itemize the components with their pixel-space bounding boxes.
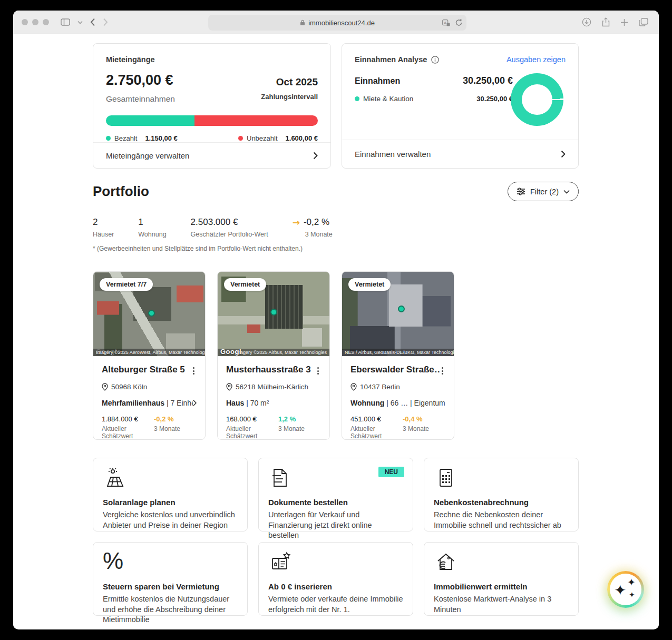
lock-icon bbox=[300, 19, 305, 26]
filter-button[interactable]: Filter (2) bbox=[508, 182, 579, 201]
calculator-icon bbox=[434, 466, 457, 489]
feature-title: Steuern sparen bei Vermietung bbox=[103, 582, 238, 591]
feature-card-utilities[interactable]: Nebenkostenabrechnung Rechne die Nebenko… bbox=[424, 458, 579, 531]
property-location: 50968 Köln bbox=[111, 383, 147, 391]
chevron-right-icon bbox=[313, 152, 318, 160]
sidebar-icon[interactable] bbox=[61, 18, 70, 26]
sparkle-icon: ✦ bbox=[614, 583, 626, 598]
feature-card-taxes[interactable]: % Steuern sparen bei Vermietung Ermittle… bbox=[93, 542, 248, 616]
feature-description: Vergleiche kostenlos und unverbindlich A… bbox=[103, 510, 238, 530]
kebab-menu-icon[interactable] bbox=[440, 365, 445, 377]
document-icon bbox=[268, 466, 291, 489]
svg-text:A: A bbox=[444, 20, 447, 25]
kebab-menu-icon[interactable] bbox=[315, 365, 321, 377]
unpaid-dot-icon bbox=[238, 136, 243, 141]
property-change: -0,4 % bbox=[403, 415, 429, 423]
kebab-menu-icon[interactable] bbox=[191, 365, 197, 377]
percent-icon: % bbox=[103, 550, 123, 572]
portfolio-title: Portfolio bbox=[93, 183, 149, 200]
property-value-label: Aktueller Schätzwert bbox=[226, 425, 278, 440]
sparkle-icon: ✦ bbox=[629, 591, 635, 598]
browser-window: immobilienscout24.de A bbox=[13, 11, 659, 629]
close-window-button[interactable] bbox=[22, 19, 28, 25]
tab-overview-icon[interactable] bbox=[639, 18, 648, 26]
chevron-right-icon bbox=[561, 150, 566, 158]
filter-label: Filter (2) bbox=[530, 188, 559, 196]
map-attribution: Imagery ©2025 AeroWest, Airbus, Maxar Te… bbox=[93, 349, 205, 356]
back-button[interactable] bbox=[90, 18, 95, 26]
zoom-window-button[interactable] bbox=[43, 19, 49, 25]
income-analysis-card: Einnahmen Analyse Ausgaben zeigen Einnah… bbox=[342, 43, 579, 169]
property-value: 451.000 € bbox=[350, 415, 403, 423]
property-change: -0,2 % bbox=[154, 415, 180, 423]
new-tab-icon[interactable] bbox=[620, 18, 628, 26]
feature-title: Nebenkostenabrechnung bbox=[434, 498, 569, 507]
feature-card-listing[interactable]: Ab 0 € inserieren Vermiete oder verkaufe… bbox=[258, 542, 413, 616]
feature-title: Solaranlage planen bbox=[103, 498, 238, 507]
property-change-label: 3 Monate bbox=[154, 425, 180, 432]
portfolio-footnote: * (Gewerbeeinheiten und Stellplätze sind… bbox=[93, 245, 579, 252]
property-value-label: Aktueller Schätzwert bbox=[350, 425, 403, 440]
property-name: Eberswalder Straße… bbox=[350, 365, 440, 375]
map-marker-icon bbox=[270, 309, 277, 316]
solar-panel-icon bbox=[103, 466, 126, 489]
feature-description: Rechne die Nebenkosten deiner Immobilie … bbox=[434, 510, 569, 530]
sparkle-icon: ✦ bbox=[627, 577, 636, 587]
satellite-map[interactable]: Vermietet Googl Imagery ©2025 Airbus, Ma… bbox=[218, 272, 329, 356]
property-card[interactable]: Vermietet 7/7 Google Imagery ©2025 AeroW… bbox=[93, 271, 206, 440]
property-value: 168.000 € bbox=[226, 415, 278, 423]
property-type-row[interactable]: Mehrfamilienhaus | 7 Einheiten bbox=[102, 399, 197, 407]
show-expenses-link[interactable]: Ausgaben zeigen bbox=[507, 55, 566, 64]
income-card-title: Einnahmen Analyse bbox=[355, 55, 427, 64]
unpaid-label: Unbezahlt bbox=[247, 134, 278, 142]
rent-progress-bar bbox=[106, 115, 318, 126]
property-location: 10437 Berlin bbox=[360, 383, 400, 391]
browser-toolbar: immobilienscout24.de A bbox=[13, 11, 659, 34]
property-change: 1,2 % bbox=[278, 415, 305, 423]
rent-card-title: Mieteingänge bbox=[106, 55, 318, 64]
chevron-right-icon bbox=[193, 399, 197, 407]
property-grid: Vermietet 7/7 Google Imagery ©2025 AeroW… bbox=[93, 271, 579, 440]
manage-income-link[interactable]: Einnahmen verwalten bbox=[342, 140, 578, 168]
stat-trend: → -0,2 % 3 Monate bbox=[293, 217, 333, 238]
rent-total-label: Gesamteinnahmen bbox=[106, 94, 175, 104]
share-icon[interactable] bbox=[602, 17, 610, 27]
url-text: immobilienscout24.de bbox=[308, 19, 375, 27]
rental-status-badge: Vermietet bbox=[224, 278, 266, 291]
chevron-down-icon bbox=[563, 190, 570, 194]
ai-assistant-button[interactable]: ✦ ✦ ✦ bbox=[607, 571, 644, 608]
property-name: Musterhausstraße 3 bbox=[226, 365, 311, 375]
rent-income-card: Mieteingänge 2.750,00 € Gesamteinnahmen … bbox=[93, 43, 331, 169]
trend-arrow-icon: → bbox=[293, 217, 300, 228]
feature-card-valuation[interactable]: Immobilienwert ermitteln Kostenlose Mark… bbox=[424, 542, 579, 616]
income-legend-dot-icon bbox=[355, 96, 359, 101]
manage-rent-link[interactable]: Mieteingänge verwalten bbox=[93, 142, 330, 168]
income-legend-label: Miete & Kaution bbox=[363, 95, 413, 103]
property-card[interactable]: Vermietet NES / Airbus, GeoBasis-DE/BKG,… bbox=[342, 271, 454, 440]
satellite-map[interactable]: Vermietet NES / Airbus, GeoBasis-DE/BKG,… bbox=[342, 272, 454, 356]
reload-icon[interactable] bbox=[455, 19, 462, 26]
property-name: Alteburger Straße 5 bbox=[102, 365, 185, 375]
minimize-window-button[interactable] bbox=[32, 19, 38, 25]
feature-description: Vermiete oder verkaufe deine Immobilie e… bbox=[268, 594, 403, 615]
rent-progress-unpaid bbox=[194, 115, 318, 126]
listing-star-icon bbox=[268, 550, 293, 574]
feature-card-solar[interactable]: Solaranlage planen Vergleiche kostenlos … bbox=[93, 458, 248, 531]
rental-status-badge: Vermietet 7/7 bbox=[100, 278, 153, 291]
stat-houses: 2 Häuser bbox=[93, 217, 114, 238]
stat-portfolio-value: 2.503.000 € Geschätzter Portfolio-Wert bbox=[191, 217, 268, 238]
satellite-map[interactable]: Vermietet 7/7 Google Imagery ©2025 AeroW… bbox=[93, 272, 205, 356]
feature-title: Immobilienwert ermitteln bbox=[434, 582, 569, 591]
forward-button[interactable] bbox=[103, 18, 108, 26]
address-bar[interactable]: immobilienscout24.de A bbox=[208, 15, 466, 31]
chevron-down-icon[interactable] bbox=[77, 21, 83, 24]
map-marker-icon bbox=[398, 306, 405, 312]
property-card[interactable]: Vermietet Googl Imagery ©2025 Airbus, Ma… bbox=[217, 271, 330, 440]
info-icon[interactable] bbox=[431, 56, 439, 64]
filter-sliders-icon bbox=[517, 188, 525, 195]
property-location: 56218 Mülheim-Kärlich bbox=[236, 383, 308, 391]
feature-card-documents[interactable]: NEU Dokumente bestellen Unterlagen für V… bbox=[258, 458, 413, 531]
neu-badge: NEU bbox=[378, 467, 404, 477]
downloads-icon[interactable] bbox=[582, 17, 591, 27]
translate-icon[interactable]: A bbox=[442, 19, 450, 26]
